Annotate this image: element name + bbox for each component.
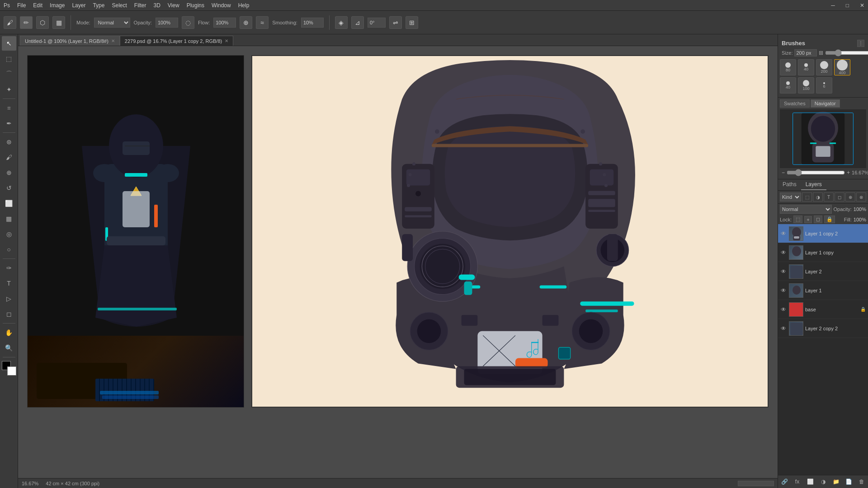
eyedropper-tool[interactable]: ✒ [2, 116, 16, 131]
pressure-btn[interactable]: ◈ [335, 16, 348, 29]
link-layers-btn[interactable]: 🔗 [780, 477, 789, 486]
layer-blend-select[interactable]: Normal [780, 205, 832, 214]
opacity-input[interactable] [156, 18, 178, 28]
layer-vis-3[interactable]: 👁 [780, 287, 787, 294]
menu-help[interactable]: Help [238, 2, 250, 9]
menu-file[interactable]: File [17, 2, 26, 9]
hand-tool[interactable]: ✋ [2, 325, 16, 340]
lock-all-btn[interactable]: 🔒 [824, 216, 835, 223]
menu-3d[interactable]: 3D [153, 2, 160, 9]
add-style-btn[interactable]: fx [793, 477, 802, 486]
flow-input[interactable] [213, 18, 236, 28]
blur-tool[interactable]: ◎ [2, 227, 16, 241]
main-canvas[interactable] [251, 55, 769, 408]
airbrush-btn[interactable]: ◌ [182, 16, 194, 29]
smoothing-input[interactable] [301, 18, 324, 28]
blend-mode-select[interactable]: Normal [94, 18, 130, 28]
pen-tool[interactable]: ✑ [2, 261, 16, 275]
menu-select[interactable]: Select [112, 2, 127, 9]
shape-tool[interactable]: ◻ [2, 307, 16, 321]
doc-tab-1-close[interactable]: ✕ [225, 38, 228, 43]
lock-pixel-btn[interactable]: ⬚ [793, 216, 802, 223]
navigator-tab[interactable]: Navigator [811, 99, 840, 108]
menu-type[interactable]: Type [93, 2, 104, 9]
layers-tab-btn[interactable]: Layers [801, 179, 826, 190]
spot-heal-tool[interactable]: ⊛ [2, 135, 16, 149]
brush-settings-btn[interactable]: ⬡ [36, 16, 49, 29]
eraser-tool-btn[interactable]: ✏ [20, 16, 33, 29]
history-brush[interactable]: ↺ [2, 181, 16, 195]
brush-size-slider[interactable] [825, 49, 868, 56]
layer-vis-2[interactable]: 👁 [780, 268, 787, 275]
menu-app-icon[interactable]: Ps [4, 2, 10, 9]
swatches-tab[interactable]: Swatches [780, 99, 810, 108]
menu-view[interactable]: View [168, 2, 179, 9]
magic-wand-tool[interactable]: ✦ [2, 82, 16, 97]
brush-size-input[interactable] [794, 49, 817, 56]
new-group-btn[interactable]: 📁 [831, 477, 840, 486]
filter-pixel-btn[interactable]: ⬚ [802, 192, 812, 202]
navigator-preview[interactable] [780, 109, 866, 168]
brush-pick-btn[interactable]: ▦ [52, 16, 65, 29]
paths-tab[interactable]: Paths [778, 179, 801, 190]
delete-layer-btn[interactable]: 🗑 [857, 477, 866, 486]
zoom-out-btn[interactable]: − [782, 169, 785, 176]
layer-item-4[interactable]: 👁 base 🔒 [778, 300, 868, 319]
menu-filter[interactable]: Filter [134, 2, 146, 9]
window-close-btn[interactable]: ✕ [860, 2, 864, 9]
move-tool[interactable]: ↖ [2, 36, 16, 51]
brush-tool-btn[interactable]: 🖌 [4, 16, 16, 29]
zoom-in-btn[interactable]: + [847, 169, 850, 176]
smoothing-btn[interactable]: ≈ [256, 16, 269, 29]
layer-item-3[interactable]: 👁 Layer 1 [778, 281, 868, 300]
zoom-tool[interactable]: 🔍 [2, 341, 16, 355]
window-minimize-btn[interactable]: ─ [831, 2, 835, 9]
brush-preset-2[interactable]: 200 [816, 59, 832, 75]
flow-airbrush-btn[interactable]: ⊕ [240, 16, 252, 29]
selection-tool[interactable]: ⬚ [2, 52, 16, 66]
brush-preset-4[interactable]: 40 [780, 77, 796, 94]
gradient-tool[interactable]: ▦ [2, 211, 16, 226]
color-selector[interactable] [2, 361, 16, 375]
size-btn[interactable]: ⊞ [819, 50, 823, 56]
menu-layer[interactable]: Layer [72, 2, 85, 9]
lock-artboard-btn[interactable]: ◻ [814, 216, 822, 223]
add-adjustment-btn[interactable]: ◑ [819, 477, 828, 486]
filter-toggle-btn[interactable]: ⊗ [856, 192, 866, 202]
lasso-tool[interactable]: ⌒ [2, 67, 16, 81]
filter-shape-btn[interactable]: ◻ [835, 192, 844, 202]
brush-preset-5[interactable]: 100 [798, 77, 814, 94]
layer-vis-1[interactable]: 👁 [780, 249, 787, 256]
angle-btn[interactable]: ⊿ [351, 16, 364, 29]
filter-text-btn[interactable]: T [824, 192, 834, 202]
layer-item-5[interactable]: 👁 Layer 2 copy 2 [778, 319, 868, 338]
menu-edit[interactable]: Edit [33, 2, 42, 9]
text-tool[interactable]: T [2, 276, 16, 291]
nav-zoom-slider[interactable] [787, 169, 845, 176]
layer-item-1[interactable]: 👁 Layer 1 copy [778, 243, 868, 262]
new-layer-btn[interactable]: 📄 [844, 477, 854, 486]
brush-preset-1[interactable]: 40 [798, 59, 814, 75]
layer-item-0[interactable]: 👁 Layer 1 copy 2 [778, 224, 868, 243]
crop-tool[interactable]: ⌗ [2, 101, 16, 115]
doc-tab-0-close[interactable]: ✕ [111, 38, 115, 43]
layer-vis-5[interactable]: 👁 [780, 325, 787, 332]
brush-preset-6[interactable]: 6 [816, 77, 832, 94]
brushes-panel-options[interactable]: ⋮ [857, 40, 864, 47]
path-select-tool[interactable]: ▷ [2, 291, 16, 306]
filter-kind-select[interactable]: Kind [780, 192, 801, 202]
doc-tab-0[interactable]: Untitled-1 @ 100% (Layer 1, RGB/8#) ✕ [20, 36, 120, 46]
mixer-btn[interactable]: ⊞ [406, 16, 418, 29]
clone-tool[interactable]: ⊕ [2, 165, 16, 180]
eraser-tool[interactable]: ⬜ [2, 196, 16, 211]
layer-vis-0[interactable]: 👁 [780, 230, 787, 237]
brush-preset-3[interactable]: 400 [834, 59, 850, 75]
menu-image[interactable]: Image [50, 2, 65, 9]
symmetry-btn[interactable]: ⇌ [389, 16, 402, 29]
brush-preset-0[interactable]: 80 [780, 59, 796, 75]
angle-input[interactable] [368, 18, 386, 28]
brush-tool[interactable]: 🖌 [2, 150, 16, 164]
dodge-tool[interactable]: ○ [2, 242, 16, 257]
add-mask-btn[interactable]: ⬜ [806, 477, 815, 486]
layer-item-2[interactable]: 👁 Layer 2 [778, 262, 868, 281]
